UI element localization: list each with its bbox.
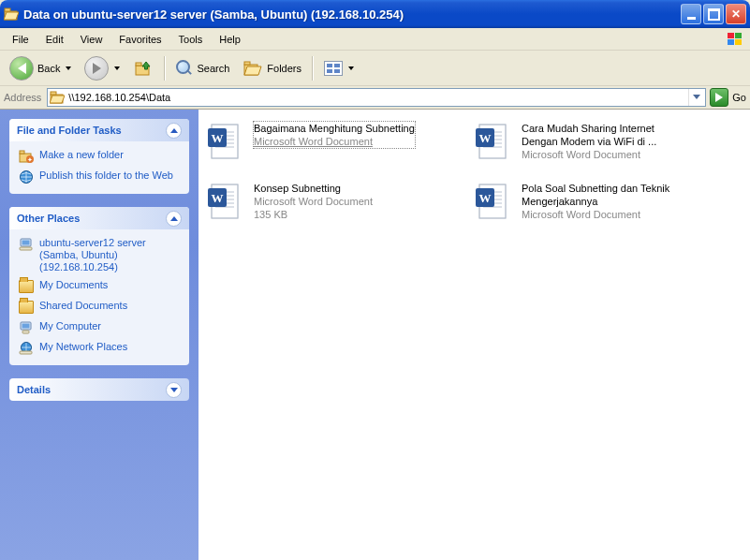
other-places-header[interactable]: Other Places — [9, 207, 189, 229]
details-header[interactable]: Details — [9, 378, 189, 401]
svg-rect-5 — [728, 39, 734, 45]
folder-up-icon — [133, 58, 154, 79]
svg-marker-12 — [244, 66, 261, 75]
file-title: Bagaimana Menghitung Subnetting — [254, 122, 415, 135]
place-my-network-places-link[interactable]: My Network Places — [19, 341, 180, 356]
svg-marker-15 — [50, 96, 65, 103]
my-computer-icon — [19, 320, 34, 335]
go-arrow-icon — [710, 88, 728, 107]
svg-text:W: W — [212, 131, 224, 145]
menu-help[interactable]: Help — [211, 31, 249, 48]
views-button[interactable] — [318, 54, 360, 82]
views-icon — [324, 61, 343, 76]
address-bar: Address \\192.168.10.254\Data Go — [0, 86, 750, 110]
svg-marker-2 — [4, 12, 19, 20]
menu-file[interactable]: File — [4, 31, 37, 48]
place-server-link[interactable]: ubuntu-server12 server (Samba, Ubuntu) (… — [19, 237, 180, 273]
place-my-computer-link[interactable]: My Computer — [19, 320, 180, 335]
forward-button[interactable] — [79, 54, 125, 82]
svg-rect-4 — [735, 33, 742, 38]
place-link-label: Shared Documents — [39, 300, 127, 312]
svg-text:✦: ✦ — [27, 156, 33, 163]
word-document-icon: W — [474, 121, 515, 162]
word-document-icon: W — [206, 181, 247, 222]
maximize-button[interactable] — [703, 4, 724, 24]
menu-tools[interactable]: Tools — [170, 31, 212, 48]
place-link-label: ubuntu-server12 server (Samba, Ubuntu) (… — [39, 237, 180, 273]
title-bar: Data on ubuntu-server12 server (Samba, U… — [0, 0, 750, 28]
word-document-icon: W — [206, 121, 247, 162]
back-button[interactable]: Back — [4, 54, 77, 82]
place-my-documents-link[interactable]: My Documents — [19, 279, 180, 294]
menu-view[interactable]: View — [72, 31, 111, 48]
search-button[interactable]: Search — [170, 54, 235, 82]
search-label: Search — [197, 63, 229, 74]
details-panel: Details — [9, 378, 189, 401]
svg-rect-8 — [136, 63, 141, 66]
menu-favorites[interactable]: Favorites — [110, 31, 169, 48]
other-places-panel: Other Places ubuntu-server12 server (Sam… — [9, 207, 189, 365]
svg-text:W: W — [479, 131, 492, 145]
chevron-down-icon — [66, 66, 71, 70]
collapse-icon — [166, 211, 182, 227]
go-button[interactable]: Go — [710, 88, 746, 107]
up-button[interactable] — [127, 54, 159, 82]
svg-rect-26 — [22, 324, 30, 329]
file-folder-tasks-header[interactable]: File and Folder Tasks — [9, 119, 189, 141]
file-item[interactable]: W Pola Soal Subnetting dan Teknik Menger… — [472, 179, 728, 224]
file-item[interactable]: W Cara Mudah Sharing Internet Dengan Mod… — [472, 119, 728, 164]
svg-rect-11 — [244, 62, 250, 65]
panel-title: Other Places — [17, 213, 80, 224]
task-link-label: Make a new folder — [39, 149, 124, 161]
go-label: Go — [732, 92, 746, 103]
make-new-folder-link[interactable]: ✦ Make a new folder — [19, 149, 180, 164]
svg-rect-18 — [20, 151, 24, 154]
file-type: Microsoft Word Document — [254, 135, 415, 148]
svg-rect-23 — [22, 241, 30, 245]
publish-web-icon — [19, 169, 34, 184]
window-title: Data on ubuntu-server12 server (Samba, U… — [23, 7, 681, 22]
address-path: \\192.168.10.254\Data — [68, 92, 684, 103]
file-pane[interactable]: W Bagaimana Menghitung SubnettingMicroso… — [199, 110, 750, 560]
file-title: Cara Mudah Sharing Internet Dengan Modem… — [522, 122, 690, 148]
svg-rect-24 — [20, 247, 32, 250]
collapse-icon — [166, 123, 182, 139]
svg-text:W: W — [479, 191, 492, 205]
back-label: Back — [37, 63, 60, 74]
file-type: Microsoft Word Document — [254, 195, 373, 208]
svg-rect-27 — [22, 331, 29, 333]
address-label: Address — [4, 92, 43, 103]
place-shared-documents-link[interactable]: Shared Documents — [19, 300, 180, 315]
svg-rect-14 — [51, 92, 56, 95]
address-field[interactable]: \\192.168.10.254\Data — [47, 88, 706, 107]
new-folder-icon: ✦ — [19, 149, 34, 164]
computer-icon — [19, 237, 34, 252]
svg-rect-6 — [735, 39, 742, 45]
panel-title: Details — [17, 384, 51, 395]
svg-rect-1 — [5, 8, 10, 11]
word-document-icon: W — [474, 181, 515, 222]
folders-icon — [243, 59, 263, 78]
windows-flag-icon — [726, 31, 744, 48]
share-folder-icon — [50, 90, 65, 105]
close-button[interactable] — [726, 4, 746, 24]
svg-marker-16 — [693, 95, 700, 99]
svg-text:W: W — [212, 191, 224, 205]
folders-button[interactable]: Folders — [237, 54, 307, 82]
chevron-down-icon — [348, 66, 354, 70]
publish-folder-link[interactable]: Publish this folder to the Web — [19, 169, 180, 184]
file-title: Konsep Subnetting — [254, 182, 373, 195]
folder-icon — [19, 300, 34, 315]
folder-open-icon — [4, 7, 19, 22]
file-item[interactable]: W Bagaimana Menghitung SubnettingMicroso… — [204, 119, 461, 164]
place-link-label: My Documents — [39, 279, 108, 291]
address-dropdown[interactable] — [688, 89, 703, 106]
svg-rect-29 — [20, 351, 32, 354]
file-size: 135 KB — [254, 208, 373, 221]
file-type: Microsoft Word Document — [522, 148, 690, 161]
file-item[interactable]: W Konsep SubnettingMicrosoft Word Docume… — [204, 179, 461, 224]
toolbar: Back Search Folders — [0, 51, 750, 86]
minimize-button[interactable] — [681, 4, 701, 24]
menu-edit[interactable]: Edit — [37, 31, 72, 48]
place-link-label: My Computer — [39, 320, 101, 332]
